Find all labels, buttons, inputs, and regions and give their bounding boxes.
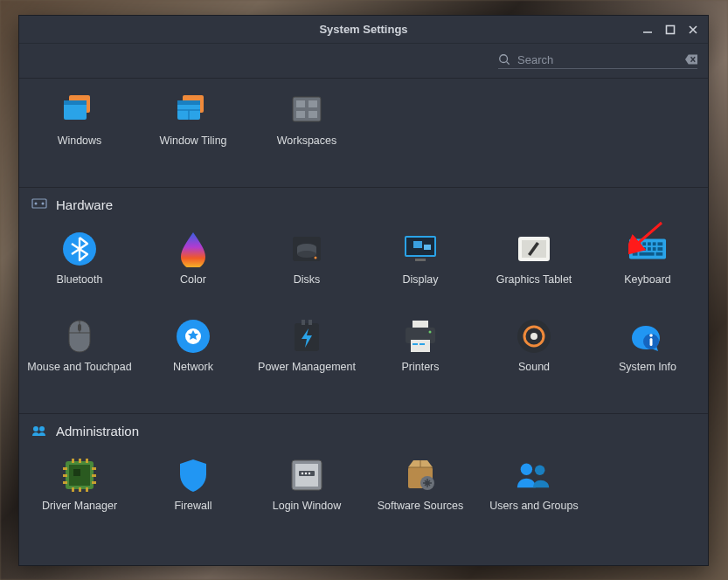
item-label: Firewall	[174, 500, 211, 526]
item-driver-manager[interactable]: Driver Manager	[23, 444, 136, 531]
network-icon	[174, 317, 212, 356]
svg-rect-38	[642, 247, 646, 251]
graphics-tablet-icon	[515, 230, 553, 268]
svg-rect-70	[72, 487, 74, 492]
section-header-administration: Administration	[19, 413, 708, 444]
svg-rect-55	[419, 343, 425, 345]
driver-manager-icon	[60, 456, 99, 494]
login-window-icon	[288, 456, 326, 494]
item-software-sources[interactable]: Software Sources	[364, 444, 477, 531]
svg-rect-51	[413, 321, 428, 328]
software-sources-icon	[401, 456, 440, 494]
svg-point-63	[33, 426, 38, 432]
item-login-window[interactable]: Login Window	[250, 444, 364, 531]
item-label: Color	[180, 273, 206, 300]
svg-rect-0	[667, 26, 675, 34]
svg-rect-68	[79, 459, 81, 463]
item-mouse-and-touchpad[interactable]: Mouse and Touchpad	[23, 305, 136, 392]
firewall-icon	[174, 456, 212, 494]
item-color[interactable]: Color	[136, 218, 250, 305]
maximize-icon	[665, 24, 676, 35]
item-network[interactable]: Network	[136, 305, 250, 392]
svg-point-90	[535, 466, 544, 475]
svg-point-14	[35, 203, 38, 205]
hardware-category-icon	[31, 197, 47, 212]
svg-rect-78	[92, 481, 96, 484]
svg-rect-30	[633, 242, 636, 245]
svg-rect-35	[657, 242, 662, 245]
item-label: Driver Manager	[42, 500, 117, 526]
svg-point-89	[521, 464, 532, 475]
svg-point-84	[305, 473, 307, 474]
svg-rect-13	[32, 199, 46, 208]
section-preferences: Windows Window Tiling Workspaces	[19, 79, 708, 182]
svg-rect-73	[63, 467, 67, 470]
svg-rect-43	[639, 252, 654, 256]
item-label: Software Sources	[378, 500, 464, 526]
item-system-info[interactable]: System Info	[591, 305, 704, 392]
item-label: Users and Groups	[489, 500, 578, 526]
item-label: Disks	[294, 273, 321, 300]
administration-category-icon	[31, 423, 47, 438]
svg-rect-42	[633, 252, 638, 256]
item-label: Keyboard	[624, 273, 671, 300]
svg-rect-40	[653, 247, 656, 251]
sound-icon	[515, 317, 553, 356]
item-label: Display	[403, 273, 439, 300]
svg-point-1	[500, 55, 508, 63]
svg-rect-45	[78, 324, 81, 331]
search-field[interactable]	[498, 53, 697, 69]
svg-rect-10	[309, 100, 317, 107]
svg-rect-12	[309, 111, 317, 118]
svg-rect-77	[92, 474, 96, 477]
minimize-button[interactable]	[636, 18, 659, 41]
mouse-icon	[60, 317, 99, 356]
power-icon	[288, 317, 326, 356]
svg-rect-79	[73, 469, 80, 476]
display-icon	[401, 230, 440, 268]
search-input[interactable]	[517, 53, 678, 66]
svg-rect-61	[650, 338, 653, 346]
item-window-tiling[interactable]: Window Tiling	[136, 79, 250, 166]
svg-rect-44	[656, 252, 663, 256]
svg-rect-34	[653, 242, 656, 245]
item-keyboard[interactable]: Keyboard	[591, 218, 704, 305]
section-title: Hardware	[56, 197, 113, 212]
search-icon	[498, 53, 510, 66]
svg-rect-41	[657, 247, 662, 251]
svg-rect-67	[72, 459, 74, 463]
item-display[interactable]: Display	[364, 218, 477, 305]
item-users-and-groups[interactable]: Users and Groups	[477, 444, 591, 531]
window-controls	[636, 16, 704, 44]
maximize-button[interactable]	[659, 18, 682, 41]
svg-point-88	[426, 481, 430, 486]
item-label: Printers	[401, 361, 439, 387]
item-power-management[interactable]: Power Management	[250, 305, 364, 392]
svg-rect-74	[63, 474, 67, 477]
item-disks[interactable]: Disks	[250, 218, 364, 305]
toolbar	[19, 44, 708, 79]
item-sound[interactable]: Sound	[477, 305, 591, 392]
item-firewall[interactable]: Firewall	[136, 444, 250, 531]
clear-search-icon[interactable]	[685, 53, 697, 66]
svg-rect-71	[79, 487, 81, 492]
svg-rect-72	[86, 487, 88, 492]
svg-rect-7	[177, 100, 200, 105]
close-button[interactable]	[682, 18, 704, 41]
svg-rect-69	[86, 459, 88, 463]
item-workspaces[interactable]: Workspaces	[250, 79, 364, 166]
item-windows[interactable]: Windows	[23, 79, 136, 166]
system-settings-window: System Settings	[18, 15, 709, 566]
item-graphics-tablet[interactable]: Graphics Tablet	[477, 218, 591, 305]
item-printers[interactable]: Printers	[364, 305, 477, 392]
item-label: Window Tiling	[159, 135, 226, 161]
workspaces-icon	[288, 91, 326, 129]
item-label: Sound	[518, 361, 550, 387]
svg-rect-49	[302, 320, 305, 325]
item-bluetooth[interactable]: Bluetooth	[23, 218, 136, 305]
svg-point-56	[429, 331, 432, 334]
item-label: Bluetooth	[57, 273, 103, 300]
item-label: Login Window	[273, 500, 342, 526]
svg-point-15	[42, 203, 45, 205]
svg-rect-11	[296, 111, 305, 118]
